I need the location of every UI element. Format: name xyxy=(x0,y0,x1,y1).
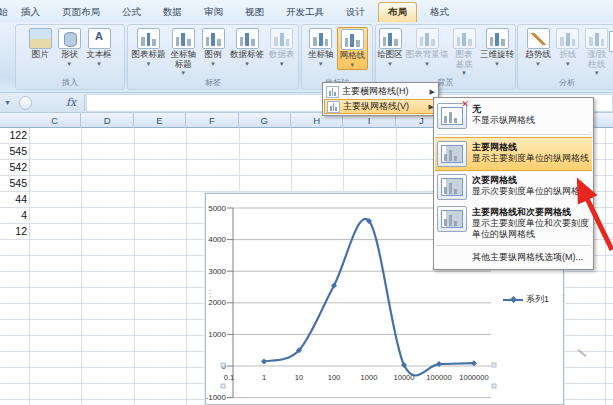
button-label: 趋势线 xyxy=(525,50,551,60)
tab-视图[interactable]: 视图 xyxy=(236,3,273,22)
column-header-C[interactable]: C xyxy=(29,113,81,128)
dropdown-caret-icon: ▼ xyxy=(461,70,467,76)
trendline-button[interactable]: 趋势线▼ xyxy=(523,27,553,68)
cell-value[interactable]: 545 xyxy=(0,144,27,160)
column-header-G[interactable]: G xyxy=(239,113,291,128)
submenu-item-description: 显示主要刻度单位的纵网格线 xyxy=(472,153,590,164)
chart-wall-button: 图表背景墙▼ xyxy=(405,27,449,68)
tab-始[interactable]: 始 xyxy=(0,3,8,22)
ribbon-group-4: 绘图区▼图表背景墙▼图表基底▼三维旋转▼背景 xyxy=(375,24,516,90)
dropdown-caret-icon: ▼ xyxy=(594,70,600,76)
chart-title-button[interactable]: 图表标题▼ xyxy=(130,27,168,68)
button-label: 数据标签 xyxy=(230,50,264,60)
gridlines-menu: 主要横网格线(H)▶主要纵网格线(V)▶ xyxy=(322,82,439,116)
tab-数据[interactable]: 数据 xyxy=(154,3,191,22)
legend-button[interactable]: 图例▼ xyxy=(199,27,227,68)
button-label: 形状 xyxy=(61,50,78,60)
submenu-item-none[interactable]: ✕无不显示纵网格线 xyxy=(435,100,592,132)
updown-bars-button: 涨/跌柱线▼ xyxy=(583,27,611,77)
cell-value[interactable]: 545 xyxy=(0,176,27,192)
ribbon-group-3: 坐标轴▼网格线▼坐标轴 xyxy=(301,24,373,90)
menu-item-primary-horizontal-gridlines[interactable]: 主要横网格线(H)▶ xyxy=(324,84,437,99)
major-minor-gridlines-icon xyxy=(437,206,467,232)
chart-legend[interactable]: 系列1 xyxy=(503,293,549,306)
gridlines-button[interactable]: 网格线▼ xyxy=(337,27,369,70)
tab-页面布局[interactable]: 页面布局 xyxy=(53,3,109,22)
textbox-icon xyxy=(88,28,111,49)
tab-公式[interactable]: 公式 xyxy=(113,3,150,22)
button-label: 图例 xyxy=(205,50,222,60)
dropdown-caret-icon: ▼ xyxy=(349,62,355,68)
cell-value[interactable]: 12 xyxy=(0,224,27,240)
shapes-icon xyxy=(58,28,81,49)
tab-插入[interactable]: 插入 xyxy=(12,3,49,22)
menu-item-primary-vertical-gridlines[interactable]: 主要纵网格线(V)▶ xyxy=(324,99,437,114)
tab-格式[interactable]: 格式 xyxy=(421,3,458,22)
x-axis-label: 1000000 xyxy=(459,373,489,382)
dropdown-caret-icon: ▼ xyxy=(66,61,72,67)
cell-value[interactable]: 44 xyxy=(0,192,27,208)
ribbon-group-2: 图表标题▼坐标轴标题▼图例▼数据标签▼数据表▼标签 xyxy=(127,24,299,90)
dropdown-caret-icon: ▼ xyxy=(244,61,250,67)
rotation-button[interactable]: 三维旋转▼ xyxy=(479,27,515,68)
dropdown-caret-icon: ▼ xyxy=(279,61,285,67)
picture-button[interactable]: 图片 xyxy=(26,27,54,61)
axes-button[interactable]: 坐标轴▼ xyxy=(306,27,336,68)
group-label: 插入 xyxy=(16,77,124,89)
axis-selection-handle xyxy=(221,384,225,388)
menu-item-label: 主要纵网格线(V) xyxy=(343,100,426,113)
legend-marker-icon xyxy=(503,299,523,301)
button-label: 柱线 xyxy=(588,60,605,70)
data-labels-icon xyxy=(236,28,259,49)
textbox-button[interactable]: 文本框▼ xyxy=(84,27,114,68)
menu-separator xyxy=(436,134,591,135)
column-header-E[interactable]: E xyxy=(134,113,186,128)
submenu-item-title: 主要网格线 xyxy=(472,141,590,153)
error-bars-button[interactable] xyxy=(609,31,613,52)
tab-审阅[interactable]: 审阅 xyxy=(195,3,232,22)
submenu-item-description: 不显示纵网格线 xyxy=(472,115,590,126)
chart-floor-icon xyxy=(453,28,476,49)
dropdown-caret-icon: ▼ xyxy=(318,61,324,67)
plot-area-icon xyxy=(379,28,402,49)
dropdown-caret-icon: ▼ xyxy=(387,61,393,67)
insert-function-button[interactable]: fx xyxy=(66,96,76,109)
axis-selection-handle xyxy=(221,363,225,367)
cell-value[interactable]: 122 xyxy=(0,128,27,144)
column-header-F[interactable]: F xyxy=(186,113,238,128)
data-table-icon xyxy=(270,28,293,49)
group-label: 分析 xyxy=(518,77,613,89)
group-label: 标签 xyxy=(128,77,298,89)
lines-button: 折线▼ xyxy=(554,27,582,68)
tab-开发工具[interactable]: 开发工具 xyxy=(277,3,333,22)
column-header-D[interactable]: D xyxy=(81,113,133,128)
cell-value[interactable]: 542 xyxy=(0,160,27,176)
plot-area-button[interactable]: 绘图区▼ xyxy=(376,27,404,68)
gridlines-mini-icon xyxy=(327,101,340,113)
button-label: 标题 xyxy=(175,60,192,70)
axis-titles-button[interactable]: 坐标轴标题▼ xyxy=(169,27,199,77)
dropdown-caret-icon: ▼ xyxy=(180,70,186,76)
button-label: 图表背景墙 xyxy=(406,50,449,60)
y-axis-label: 5000 xyxy=(208,204,226,213)
button-label: 基底 xyxy=(456,60,473,70)
y-axis-label: 1000 xyxy=(208,330,226,339)
submenu-item-title: 无 xyxy=(472,103,590,115)
chart-left-handle[interactable]: ⋮ xyxy=(206,292,210,305)
red-arrow-annotation xyxy=(553,166,613,261)
minor-gridlines-icon xyxy=(437,174,467,200)
flyout-arrow-icon: ▶ xyxy=(430,88,435,96)
shapes-button[interactable]: 形状▼ xyxy=(55,27,83,68)
cell-value[interactable]: 4 xyxy=(0,208,27,224)
chart-right-handle[interactable]: ⋮ xyxy=(559,297,563,310)
name-box-dropdown-icon[interactable]: ▼ xyxy=(4,99,11,106)
tab-设计[interactable]: 设计 xyxy=(337,3,374,22)
formula-bar-divider xyxy=(19,96,32,110)
dropdown-caret-icon: ▼ xyxy=(535,61,541,67)
tab-布局[interactable]: 布局 xyxy=(378,2,417,22)
chart-title-icon xyxy=(137,28,160,49)
x-axis-label: 10 xyxy=(295,373,303,382)
chart-floor-button: 图表基底▼ xyxy=(450,27,478,77)
button-label: 文本框 xyxy=(86,50,112,60)
data-labels-button[interactable]: 数据标签▼ xyxy=(228,27,266,68)
